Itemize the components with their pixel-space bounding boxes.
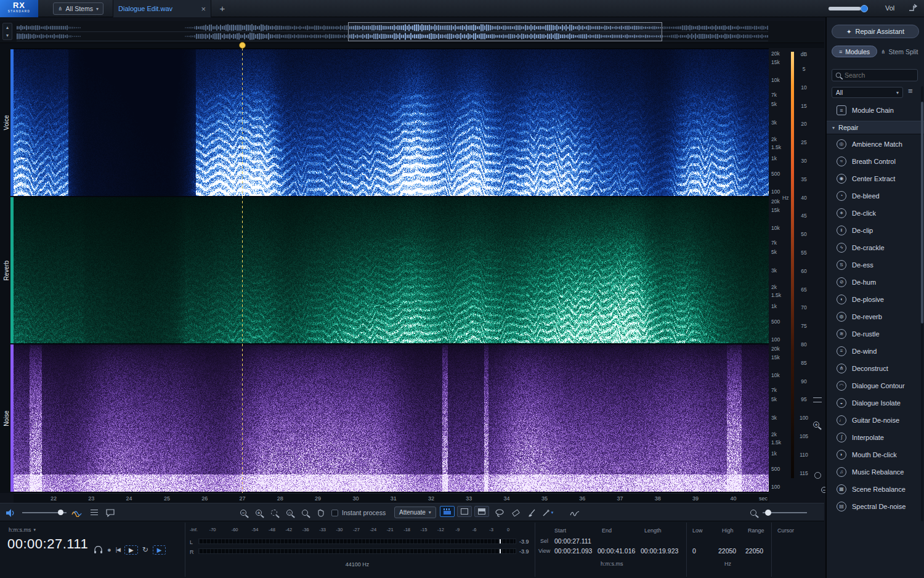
- playhead-line[interactable]: [242, 48, 243, 493]
- signature-tool-button[interactable]: [568, 506, 582, 519]
- zoom-in-button[interactable]: +: [252, 506, 265, 519]
- hand-tool-button[interactable]: [314, 506, 327, 519]
- tab-dialogue-edit[interactable]: Dialogue Edit.wav ×: [113, 0, 211, 17]
- playhead-marker[interactable]: [239, 42, 246, 49]
- module-search-box[interactable]: [832, 69, 918, 81]
- zoom-fit-button[interactable]: ⌂: [283, 506, 296, 519]
- stems-dropdown[interactable]: ⋔ All Stems ▾: [53, 2, 103, 15]
- tab-modules[interactable]: ≡ Modules: [832, 46, 877, 57]
- module-item-dialogue-isolate[interactable]: ◒Dialogue Isolate: [827, 394, 922, 412]
- spectrogram-settings-button[interactable]: [70, 506, 84, 519]
- chevron-up-icon[interactable]: ▴: [3, 23, 12, 31]
- de-bleed-icon: ◔: [837, 191, 846, 201]
- overview-selection-region[interactable]: [348, 22, 662, 41]
- zoom-out-button[interactable]: −: [237, 506, 250, 519]
- instant-process-toggle[interactable]: Instant process: [331, 506, 386, 519]
- module-item-center-extract[interactable]: ◉Center Extract: [827, 170, 922, 187]
- lane-tab-voice[interactable]: Voice: [0, 49, 14, 196]
- module-item-de-ess[interactable]: SDe-ess: [827, 256, 922, 274]
- module-item-scene-rebalance[interactable]: ▦Scene Rebalance: [827, 481, 922, 498]
- overview-scroll-control[interactable]: ▴ ▾: [2, 23, 12, 40]
- lane-tab-noise[interactable]: Noise: [0, 344, 14, 492]
- module-item-de-click[interactable]: ∗De-click: [827, 205, 922, 222]
- instant-process-checkbox[interactable]: [331, 510, 338, 516]
- time-axis[interactable]: sec 222324252627282930313233343536373839…: [14, 493, 769, 503]
- overview-timeline[interactable]: ▴ ▾: [0, 21, 824, 43]
- view-row-label: View: [538, 548, 550, 554]
- sidebar-scrollbar-thumb[interactable]: [921, 102, 923, 324]
- repair-assistant-button[interactable]: ✦ Repair Assistant: [832, 25, 919, 38]
- record-button[interactable]: ●: [107, 546, 111, 553]
- module-item-guitar-de-noise[interactable]: ♩Guitar De-noise: [827, 412, 922, 429]
- chevron-down-icon[interactable]: ▾: [551, 510, 554, 515]
- time-format-select[interactable]: h:m:s.ms ▾: [9, 527, 36, 533]
- module-item-spectral-de-noise[interactable]: ▤Spectral De-noise: [827, 498, 922, 515]
- list-options-icon[interactable]: ≡: [908, 86, 913, 96]
- time-display[interactable]: 00:00:27.111: [7, 536, 88, 552]
- module-item-de-wind[interactable]: ≡De-wind: [827, 343, 922, 360]
- vertical-zoom-slider-icon[interactable]: [813, 397, 822, 402]
- tab-stem-split[interactable]: ⋔ Stem Split: [881, 46, 918, 57]
- marker-lane[interactable]: [0, 43, 824, 48]
- time-tick: 24: [126, 495, 132, 502]
- module-item-de-rustle[interactable]: ≋De-rustle: [827, 325, 922, 343]
- play-selection-button[interactable]: ▶: [153, 545, 166, 555]
- volume-slider[interactable]: [829, 7, 868, 10]
- vertical-zoom-in-icon[interactable]: +: [813, 421, 819, 428]
- module-filter-select[interactable]: All ▾: [832, 87, 903, 98]
- eraser-tool-button[interactable]: [509, 506, 522, 519]
- modules-icon: ≡: [839, 49, 842, 55]
- horizontal-zoom-button[interactable]: [747, 506, 760, 519]
- monitor-level-knob[interactable]: [58, 510, 63, 515]
- sidebar-scrollbar-track[interactable]: [921, 86, 923, 521]
- range-value: 22050: [745, 547, 763, 555]
- module-item-deconstruct[interactable]: ⋔Deconstruct: [827, 360, 922, 377]
- close-icon[interactable]: ×: [201, 4, 206, 14]
- play-button[interactable]: ▶: [124, 545, 138, 555]
- freq-unit-label: Hz: [782, 195, 788, 201]
- vertical-zoom-knob[interactable]: [814, 472, 821, 479]
- module-item-mouth-de-click[interactable]: ◗Mouth De-click: [827, 446, 922, 463]
- horizontal-zoom-slider[interactable]: [763, 512, 807, 513]
- monitor-level-slider[interactable]: [22, 512, 67, 513]
- module-chain-label: Module Chain: [852, 107, 894, 114]
- freq-units-label: Hz: [724, 561, 731, 567]
- view-mode-split-button[interactable]: [474, 506, 489, 517]
- module-item-dialogue-contour[interactable]: ◠Dialogue Contour: [827, 377, 922, 394]
- spectrogram-canvas[interactable]: [14, 48, 769, 493]
- lane-tab-reverb[interactable]: Reverb: [0, 197, 14, 343]
- headphones-icon[interactable]: [94, 546, 103, 554]
- module-item-interpolate[interactable]: ∫Interpolate: [827, 429, 922, 446]
- freq-label: 20k: [771, 198, 780, 205]
- module-item-de-hum[interactable]: ⊘De-hum: [827, 274, 922, 291]
- horizontal-zoom-knob[interactable]: [765, 510, 771, 516]
- zoom-selection-button[interactable]: [267, 506, 281, 519]
- module-item-de-reverb[interactable]: ◍De-reverb: [827, 308, 922, 325]
- repair-section-header[interactable]: ▾ Repair: [827, 121, 924, 134]
- signal-flow-icon[interactable]: [908, 4, 919, 14]
- module-item-de-crackle[interactable]: ϟDe-crackle: [827, 239, 922, 256]
- lasso-tool-button[interactable]: [493, 506, 506, 519]
- new-tab-button[interactable]: +: [216, 2, 229, 15]
- event-list-button[interactable]: [87, 506, 101, 519]
- module-item-de-clip[interactable]: ‖De-clip: [827, 222, 922, 239]
- view-mode-spectrogram-button[interactable]: [440, 506, 455, 517]
- module-item-de-plosive[interactable]: ◖De-plosive: [827, 291, 922, 308]
- module-item-breath-control[interactable]: ≈Breath Control: [827, 153, 922, 170]
- magic-wand-tool-button[interactable]: ▾: [541, 506, 554, 519]
- zoom-tool-button[interactable]: [298, 506, 312, 519]
- module-item-ambience-match[interactable]: ◎Ambience Match: [827, 136, 922, 153]
- module-item-de-bleed[interactable]: ◔De-bleed: [827, 187, 922, 205]
- comments-button[interactable]: [103, 506, 117, 519]
- search-input[interactable]: [845, 71, 906, 79]
- loop-button[interactable]: ↻: [142, 545, 148, 554]
- skip-back-button[interactable]: |◀: [116, 547, 120, 553]
- chevron-down-icon[interactable]: ▾: [3, 31, 12, 39]
- module-chain-item[interactable]: ≡ Module Chain: [827, 102, 924, 118]
- monitor-button[interactable]: [4, 506, 17, 519]
- instant-process-mode-select[interactable]: Attenuate ▾: [394, 507, 436, 518]
- brush-tool-button[interactable]: [525, 506, 538, 519]
- volume-slider-knob[interactable]: [861, 5, 868, 12]
- view-mode-waveform-button[interactable]: [457, 506, 472, 517]
- module-item-music-rebalance[interactable]: ♫Music Rebalance: [827, 463, 922, 481]
